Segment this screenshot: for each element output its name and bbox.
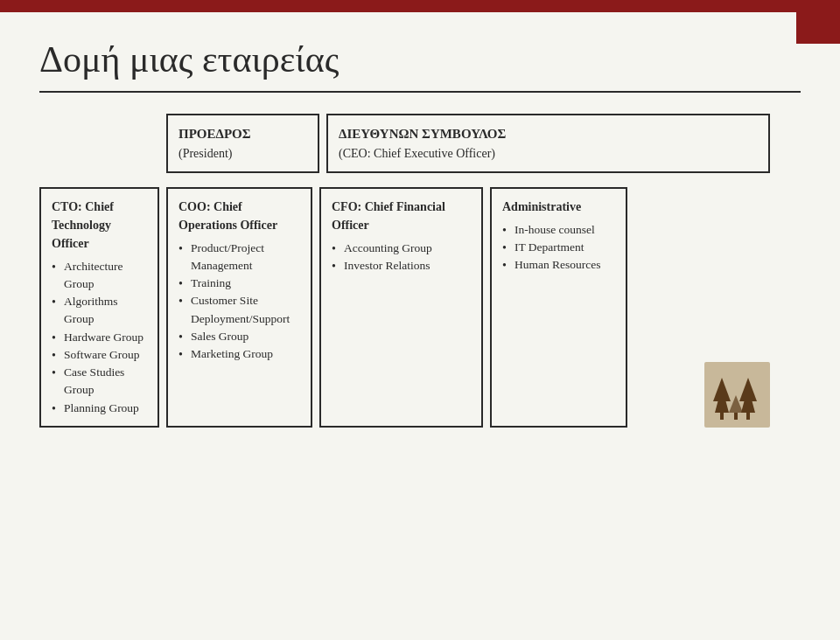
cto-list: Architecture Group Algorithms Group Hard…	[52, 258, 147, 417]
admin-title: Administrative	[502, 198, 615, 216]
cto-item-1: Architecture Group	[52, 258, 147, 294]
cto-item-4: Software Group	[52, 346, 147, 364]
coo-item-4: Sales Group	[178, 328, 300, 345]
cfo-title: CFO: Chief Financial Officer	[332, 198, 471, 234]
coo-list: Product/Project Management Training Cust…	[178, 240, 300, 364]
page-title: Δομή μιας εταιρείας	[39, 38, 801, 80]
ceo-cell: ΔΙΕΥΘΥΝΩΝ ΣΥΜΒΟΥΛΟΣ (CEO: Chief Executiv…	[319, 114, 770, 173]
svg-rect-3	[720, 413, 724, 420]
cto-title: CTO: Chief Technology Officer	[52, 198, 147, 253]
president-sub: (President)	[178, 144, 307, 163]
svg-rect-6	[746, 413, 750, 420]
company-logo	[704, 362, 770, 428]
svg-rect-8	[734, 413, 738, 420]
admin-list: In-house counsel IT Department Human Res…	[502, 221, 615, 275]
coo-item-3: Customer Site Deployment/Support	[178, 292, 300, 328]
cto-item-5: Case Studies Group	[52, 364, 147, 400]
president-cell: ΠΡΟΕΔΡΟΣ (President)	[166, 114, 319, 173]
cfo-item-2: Investor Relations	[332, 257, 471, 275]
coo-item-2: Training	[178, 275, 300, 292]
cto-item-6: Planning Group	[52, 400, 147, 417]
title-divider	[39, 91, 801, 93]
admin-item-3: Human Resources	[502, 256, 615, 274]
cto-item-3: Hardware Group	[52, 329, 147, 346]
empty-cell	[39, 114, 166, 173]
admin-item-2: IT Department	[502, 239, 615, 256]
coo-title: COO: Chief Operations Officer	[178, 198, 300, 234]
coo-item-5: Marketing Group	[178, 345, 300, 363]
ceo-sub: (CEO: Chief Executive Officer)	[339, 144, 758, 163]
coo-column: COO: Chief Operations Officer Product/Pr…	[166, 173, 319, 428]
admin-column: Administrative In-house counsel IT Depar…	[490, 173, 634, 428]
top-bar	[0, 0, 840, 12]
coo-item-1: Product/Project Management	[178, 240, 300, 275]
cto-column: CTO: Chief Technology Officer Architectu…	[39, 173, 166, 428]
admin-item-1: In-house counsel	[502, 221, 615, 239]
cto-item-2: Algorithms Group	[52, 293, 147, 329]
logo-column	[634, 173, 770, 428]
ceo-label: ΔΙΕΥΘΥΝΩΝ ΣΥΜΒΟΥΛΟΣ	[339, 124, 758, 144]
cfo-list: Accounting Group Investor Relations	[332, 240, 471, 275]
cfo-column: CFO: Chief Financial Officer Accounting …	[319, 173, 490, 428]
cfo-item-1: Accounting Group	[332, 240, 471, 257]
president-label: ΠΡΟΕΔΡΟΣ	[178, 124, 307, 144]
